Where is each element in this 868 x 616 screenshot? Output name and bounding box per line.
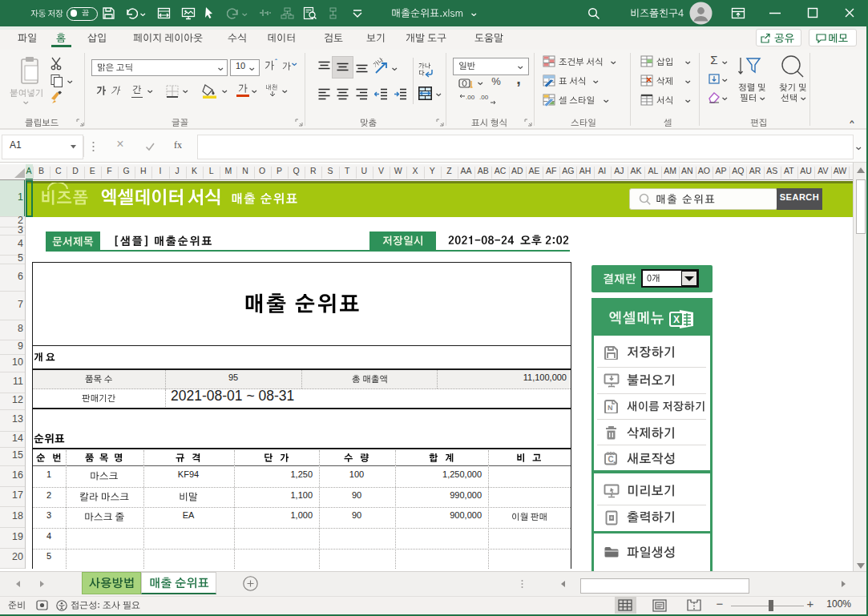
svg-text:C: C (608, 455, 614, 464)
svg-text:X: X (673, 314, 680, 325)
svg-text:N: N (608, 404, 613, 412)
svg-text:.00: .00 (479, 94, 489, 101)
svg-text:.00: .00 (466, 94, 475, 101)
